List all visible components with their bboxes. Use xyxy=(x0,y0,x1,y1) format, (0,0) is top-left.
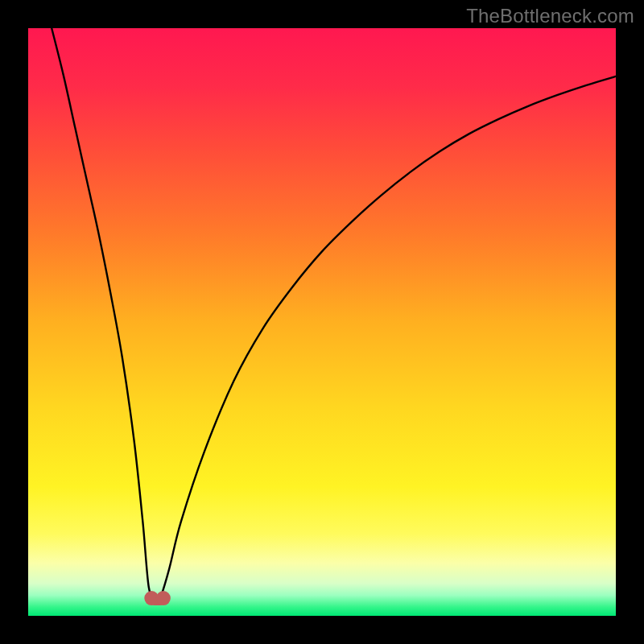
plot-area xyxy=(28,28,616,616)
bottleneck-curve xyxy=(52,28,616,603)
curve-layer xyxy=(28,28,616,616)
optimal-markers xyxy=(144,591,171,605)
chart-frame: TheBottleneck.com xyxy=(0,0,644,644)
marker-optimal-right xyxy=(156,591,171,605)
watermark-text: TheBottleneck.com xyxy=(466,5,634,27)
